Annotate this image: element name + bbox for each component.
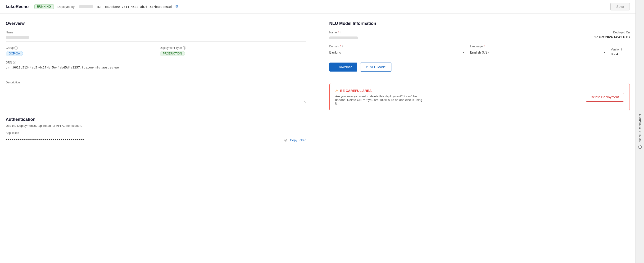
nlu-name-label: Name * i: [329, 31, 358, 34]
group-label: Group i: [6, 46, 152, 50]
save-button[interactable]: Save: [610, 3, 630, 10]
page-title: kukoReeno: [6, 4, 29, 9]
version-label: Version i: [611, 48, 630, 51]
version-field: Version i 3.2.4: [611, 48, 630, 56]
action-buttons: ↓ Download ↗ NLU Model: [329, 62, 630, 72]
copy-token-button[interactable]: Copy Token: [290, 138, 306, 142]
nlu-name-placeholder: [329, 36, 358, 39]
danger-content: ⚠ BE CAREFUL AREA Are you sure you want …: [335, 89, 582, 105]
left-column: Overview Name Group i OCP-: [6, 21, 318, 256]
description-label: Description: [6, 81, 306, 84]
domain-field: Domain * i Banking ▾: [329, 45, 464, 56]
side-label: 💬 Test NLU Deployment: [636, 0, 644, 263]
deployment-type-badge: PRODUCTION: [160, 51, 185, 56]
description-input[interactable]: [6, 86, 306, 100]
nlu-section-title: NLU Model Information: [329, 21, 630, 26]
nlu-deployed-on-label: Deployed On: [594, 31, 630, 34]
group-deployment-row: Group i OCP-QA Deployment Type i PRODUCT…: [6, 46, 306, 56]
orn-section: ORN i orn:9619b513-4ac5-4c27-bf5e-4abd5d…: [6, 61, 306, 69]
orn-label: ORN i: [6, 61, 306, 64]
group-info-icon: i: [14, 46, 18, 50]
name-label: Name: [6, 31, 306, 34]
description-section: Description ⤡: [6, 81, 306, 104]
danger-area: ⚠ BE CAREFUL AREA Are you sure you want …: [329, 83, 630, 111]
authentication-title: Authentication: [6, 117, 306, 122]
language-select[interactable]: English (US) ▾: [470, 49, 605, 56]
deployment-type-label: Deployment Type i: [160, 46, 306, 50]
app-token-input[interactable]: [6, 136, 281, 144]
authentication-section: Authentication Use the Deployment's App …: [6, 117, 306, 144]
language-chevron-icon: ▾: [604, 51, 605, 54]
id-value: c89ad8e0-7014-4388-ab7f-587b3e8ee63d: [105, 5, 172, 8]
download-button[interactable]: ↓ Download: [329, 62, 357, 72]
status-badge: RUNNING: [34, 4, 54, 9]
group-field: Group i OCP-QA: [6, 46, 152, 56]
version-value: 3.2.4: [611, 52, 630, 56]
nlu-model-button[interactable]: ↗ NLU Model: [360, 62, 392, 72]
domain-select[interactable]: Banking ▾: [329, 49, 464, 56]
top-bar: kukoReeno RUNNING Deployed by: ID: c89ad…: [0, 0, 636, 14]
id-label: ID:: [97, 5, 101, 8]
domain-label: Domain * i: [329, 45, 464, 48]
nlu-name-info-icon: i: [340, 31, 340, 34]
nlu-deployed-on-field: Deployed On 17 Oct 2024 14:41 UTC: [594, 31, 630, 39]
external-link-icon: ↗: [365, 65, 368, 69]
language-info-icon: i: [486, 45, 486, 48]
domain-info-icon: i: [342, 45, 343, 48]
language-field: Language * i English (US) ▾: [470, 45, 605, 56]
resize-handle: ⤡: [6, 100, 306, 104]
deployed-by-label: Deployed by:: [58, 5, 76, 8]
group-badge: OCP-QA: [6, 51, 23, 56]
nlu-name-field: Name * i: [329, 31, 358, 40]
chat-icon: 💬: [638, 145, 642, 149]
delete-deployment-button[interactable]: Delete Deployment: [586, 93, 624, 102]
download-icon: ↓: [334, 65, 336, 69]
app-token-label: App Token: [6, 131, 306, 134]
copy-id-icon[interactable]: ⧉: [176, 4, 178, 9]
orn-value: orn:9619b513-4ac5-4c27-bf5e-4abd5d4a2257…: [6, 66, 306, 69]
version-info-icon: i: [621, 48, 622, 51]
deployed-by-name: [79, 5, 93, 8]
warning-icon: ⚠: [335, 89, 338, 93]
authentication-description: Use the Deployment's App Token for API A…: [6, 124, 306, 128]
domain-chevron-icon: ▾: [463, 51, 464, 54]
danger-description: Are you sure you want to delete this dep…: [335, 94, 425, 105]
nlu-deployed-on-value: 17 Oct 2024 14:41 UTC: [594, 35, 630, 39]
deployment-type-info-icon: i: [183, 46, 186, 50]
language-label: Language * i: [470, 45, 605, 48]
overview-section-title: Overview: [6, 21, 306, 26]
name-value-placeholder: [6, 36, 30, 38]
orn-info-icon: i: [13, 61, 16, 64]
side-label-text: 💬 Test NLU Deployment: [638, 114, 642, 149]
deployment-type-field: Deployment Type i PRODUCTION: [160, 46, 306, 56]
right-column: NLU Model Information Name * i Deployed: [318, 21, 630, 256]
token-row: ⊘ Copy Token: [6, 136, 306, 144]
eye-toggle-icon[interactable]: ⊘: [284, 138, 287, 142]
danger-title: ⚠ BE CAREFUL AREA: [335, 89, 582, 93]
language-value: English (US): [470, 50, 604, 54]
domain-value: Banking: [329, 50, 463, 54]
main-content: kukoReeno RUNNING Deployed by: ID: c89ad…: [0, 0, 636, 263]
content-columns: Overview Name Group i OCP-: [0, 14, 636, 263]
